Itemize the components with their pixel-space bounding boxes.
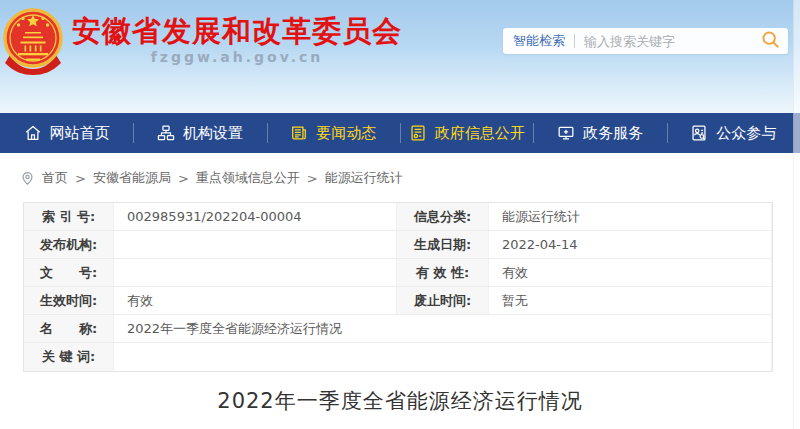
field-value-doc-no xyxy=(114,259,397,287)
search-icon xyxy=(761,30,780,52)
nav-label: 要闻动态 xyxy=(316,124,376,143)
field-value-name: 2022年一季度全省能源经济运行情况 xyxy=(114,315,772,343)
field-label-keywords: 关 键 词: xyxy=(24,343,114,371)
search-bar: 智能检索 xyxy=(503,28,788,54)
search-input[interactable] xyxy=(584,34,761,49)
site-logo[interactable]: 安徽省发展和改革委员会 fzggw.ah.gov.cn xyxy=(2,5,402,81)
nav-label: 政务服务 xyxy=(583,124,643,143)
nav-item-services[interactable]: 政务服务 xyxy=(533,113,666,153)
nav-item-home[interactable]: 网站首页 xyxy=(0,113,133,153)
field-value-publisher xyxy=(114,231,397,259)
nav-item-gov-info[interactable]: 政府信息公开 xyxy=(400,113,533,153)
smart-search-toggle[interactable]: 智能检索 xyxy=(513,32,565,50)
nav-label: 机构设置 xyxy=(183,124,243,143)
nav-item-org[interactable]: 机构设置 xyxy=(133,113,266,153)
field-label-publisher: 发布机构: xyxy=(24,231,114,259)
breadcrumb-separator: > xyxy=(307,171,318,186)
newspaper-icon xyxy=(290,124,308,142)
nav-item-participation[interactable]: 公众参与 xyxy=(667,113,800,153)
field-label-effective: 生效时间: xyxy=(24,287,114,315)
site-title: 安徽省发展和改革委员会 xyxy=(72,15,402,47)
field-label-category: 信息分类: xyxy=(397,203,489,231)
org-chart-icon xyxy=(157,124,175,142)
breadcrumb-separator: > xyxy=(178,171,189,186)
nav-item-news[interactable]: 要闻动态 xyxy=(267,113,400,153)
nav-label: 公众参与 xyxy=(716,124,776,143)
breadcrumb-separator: > xyxy=(75,171,86,186)
field-value-effective: 有效 xyxy=(114,287,397,315)
person-document-icon xyxy=(690,124,708,142)
field-label-doc-no: 文 号: xyxy=(24,259,114,287)
document-info-icon xyxy=(409,124,427,142)
location-pin-icon xyxy=(20,171,35,186)
field-value-abolish: 暂无 xyxy=(489,287,772,315)
breadcrumb: 首页 > 安徽省能源局 > 重点领域信息公开 > 能源运行统计 xyxy=(20,169,800,187)
nav-label: 网站首页 xyxy=(50,124,110,143)
document-info-table: 索 引 号: 002985931/202204-00004 信息分类: 能源运行… xyxy=(23,202,773,372)
field-value-date: 2022-04-14 xyxy=(489,231,772,259)
nav-label: 政府信息公开 xyxy=(435,124,525,143)
field-label-index-no: 索 引 号: xyxy=(24,203,114,231)
national-emblem-icon xyxy=(2,5,64,81)
search-divider xyxy=(574,34,575,48)
field-value-index-no: 002985931/202204-00004 xyxy=(114,203,397,231)
main-nav: 网站首页 机构设置 要闻动态 xyxy=(0,113,800,153)
breadcrumb-home[interactable]: 首页 xyxy=(42,169,68,187)
site-header: 安徽省发展和改革委员会 fzggw.ah.gov.cn 智能检索 xyxy=(0,0,800,113)
field-label-validity: 有 效 性: xyxy=(397,259,489,287)
monitor-icon xyxy=(557,124,575,142)
breadcrumb-key-info[interactable]: 重点领域信息公开 xyxy=(196,169,300,187)
field-value-keywords xyxy=(114,343,772,371)
breadcrumb-energy-bureau[interactable]: 安徽省能源局 xyxy=(93,169,171,187)
breadcrumb-current[interactable]: 能源运行统计 xyxy=(325,169,403,187)
field-label-name: 名 称: xyxy=(24,315,114,343)
vertical-scrollbar[interactable] xyxy=(793,0,800,429)
search-button[interactable] xyxy=(761,30,780,52)
site-url: fzggw.ah.gov.cn xyxy=(72,49,402,65)
field-value-category: 能源运行统计 xyxy=(489,203,772,231)
article-title: 2022年一季度全省能源经济运行情况 xyxy=(0,387,800,415)
field-label-date: 生成日期: xyxy=(397,231,489,259)
home-icon xyxy=(24,124,42,142)
field-label-abolish: 废止时间: xyxy=(397,287,489,315)
field-value-validity: 有效 xyxy=(489,259,772,287)
